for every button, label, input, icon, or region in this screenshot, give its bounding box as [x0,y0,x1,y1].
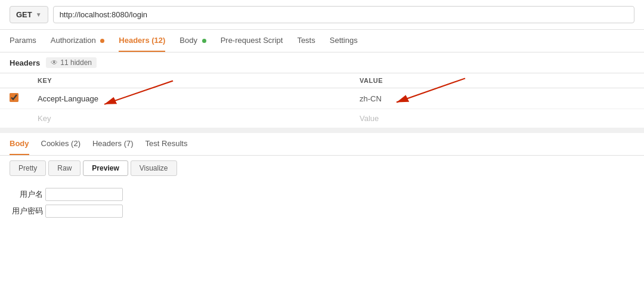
value-cell[interactable]: zh-CN [350,88,644,109]
response-tab-body[interactable]: Body [10,133,29,155]
chevron-down-icon: ▼ [36,11,42,18]
url-bar: GET ▼ [0,0,644,30]
username-input[interactable] [45,188,123,201]
view-btn-visualize[interactable]: Visualize [131,160,177,176]
table-header-row: KEY VALUE [0,73,644,88]
response-tab-nav: Body Cookies (2) Headers (7) Test Result… [0,133,644,156]
row-checkbox-cell[interactable] [0,88,28,109]
password-label: 用户密码 [10,206,43,217]
view-controls: Pretty Raw Preview Visualize [0,156,644,181]
tab-body[interactable]: Body [179,30,206,52]
tab-authorization[interactable]: Authorization [51,30,105,52]
response-tab-testresults[interactable]: Test Results [145,133,188,155]
password-input[interactable] [45,205,123,218]
tab-settings[interactable]: Settings [330,30,358,52]
key-column-header: KEY [28,73,350,88]
url-input[interactable] [53,6,634,23]
method-select[interactable]: GET ▼ [10,6,48,23]
tab-tests[interactable]: Tests [297,30,315,52]
username-label: 用户名 [10,189,43,200]
response-tab-cookies[interactable]: Cookies (2) [41,133,80,155]
tab-prerequest[interactable]: Pre-request Script [221,30,283,52]
eye-icon: 👁 [51,58,58,67]
value-column-header: VALUE [350,73,644,88]
key-cell[interactable]: Accept-Language [28,88,350,109]
view-btn-pretty[interactable]: Pretty [10,160,46,176]
tab-params[interactable]: Params [10,30,36,52]
username-row: 用户名 [10,188,634,201]
password-row: 用户密码 [10,205,634,218]
checkbox-col-header [0,73,28,88]
empty-checkbox-cell [0,109,28,128]
body-dot [202,39,206,43]
response-section: Body Cookies (2) Headers (7) Test Result… [0,128,644,228]
authorization-dot [100,39,104,43]
tab-headers[interactable]: Headers (12) [119,30,165,52]
headers-section-title: Headers [10,58,40,67]
hidden-count-badge[interactable]: 👁 11 hidden [46,57,97,68]
headers-table-wrapper: KEY VALUE Accept-Language zh-CN Key Valu… [0,73,644,128]
empty-value-cell[interactable]: Value [350,109,644,128]
response-tab-headers[interactable]: Headers (7) [92,133,134,155]
view-btn-raw[interactable]: Raw [48,160,80,176]
top-tab-nav: Params Authorization Headers (12) Body P… [0,30,644,52]
headers-section-header: Headers 👁 11 hidden [0,52,644,73]
empty-row: Key Value [0,109,644,128]
headers-table: KEY VALUE Accept-Language zh-CN Key Valu… [0,73,644,128]
method-label: GET [16,10,32,19]
view-btn-preview[interactable]: Preview [83,160,128,176]
empty-key-cell[interactable]: Key [28,109,350,128]
table-row: Accept-Language zh-CN [0,88,644,109]
row-checkbox[interactable] [10,93,18,102]
preview-content: 用户名 用户密码 [0,181,644,228]
hidden-count-label: 11 hidden [60,58,92,67]
